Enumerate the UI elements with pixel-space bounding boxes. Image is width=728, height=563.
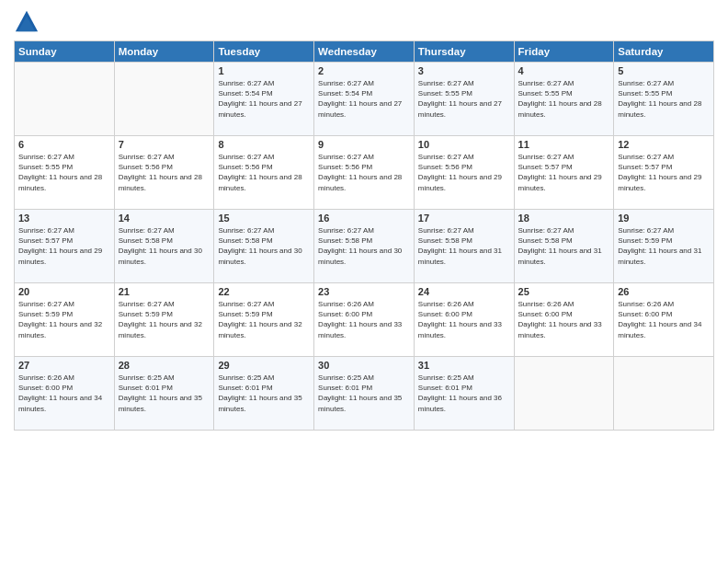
day-info: Sunrise: 6:27 AM Sunset: 5:58 PM Dayligh… [518, 225, 610, 267]
header-cell-sunday: Sunday [15, 41, 115, 63]
day-number: 24 [418, 286, 510, 297]
day-cell: 5Sunrise: 6:27 AM Sunset: 5:55 PM Daylig… [614, 63, 714, 136]
day-number: 13 [18, 213, 110, 224]
day-cell: 8Sunrise: 6:27 AM Sunset: 5:56 PM Daylig… [214, 136, 314, 210]
day-cell: 4Sunrise: 6:27 AM Sunset: 5:55 PM Daylig… [514, 63, 614, 136]
day-info: Sunrise: 6:27 AM Sunset: 5:58 PM Dayligh… [418, 225, 510, 267]
day-number: 7 [119, 139, 210, 150]
week-row-4: 20Sunrise: 6:27 AM Sunset: 5:59 PM Dayli… [15, 283, 714, 357]
day-number: 27 [18, 360, 110, 371]
day-cell: 13Sunrise: 6:27 AM Sunset: 5:57 PM Dayli… [15, 210, 115, 283]
day-number: 15 [218, 213, 310, 224]
day-cell: 10Sunrise: 6:27 AM Sunset: 5:56 PM Dayli… [414, 136, 514, 210]
page: SundayMondayTuesdayWednesdayThursdayFrid… [0, 0, 728, 563]
header-row: SundayMondayTuesdayWednesdayThursdayFrid… [15, 41, 714, 63]
day-cell: 11Sunrise: 6:27 AM Sunset: 5:57 PM Dayli… [514, 136, 614, 210]
day-number: 5 [618, 65, 710, 76]
day-number: 2 [318, 65, 410, 76]
day-cell [114, 63, 214, 136]
day-number: 28 [119, 360, 210, 371]
day-info: Sunrise: 6:27 AM Sunset: 5:56 PM Dayligh… [318, 152, 410, 193]
day-info: Sunrise: 6:25 AM Sunset: 6:01 PM Dayligh… [418, 373, 510, 414]
day-cell: 24Sunrise: 6:26 AM Sunset: 6:00 PM Dayli… [414, 283, 514, 357]
calendar-body: 1Sunrise: 6:27 AM Sunset: 5:54 PM Daylig… [15, 63, 714, 431]
week-row-1: 1Sunrise: 6:27 AM Sunset: 5:54 PM Daylig… [15, 63, 714, 136]
day-info: Sunrise: 6:27 AM Sunset: 5:58 PM Dayligh… [119, 225, 210, 267]
day-cell [514, 357, 614, 431]
day-info: Sunrise: 6:27 AM Sunset: 5:59 PM Dayligh… [18, 299, 110, 340]
day-cell: 31Sunrise: 6:25 AM Sunset: 6:01 PM Dayli… [414, 357, 514, 431]
day-info: Sunrise: 6:27 AM Sunset: 5:57 PM Dayligh… [18, 225, 110, 267]
day-cell: 27Sunrise: 6:26 AM Sunset: 6:00 PM Dayli… [15, 357, 115, 431]
day-number: 3 [418, 65, 510, 76]
week-row-5: 27Sunrise: 6:26 AM Sunset: 6:00 PM Dayli… [15, 357, 714, 431]
day-info: Sunrise: 6:27 AM Sunset: 5:56 PM Dayligh… [119, 152, 210, 193]
day-cell [15, 63, 115, 136]
day-number: 6 [18, 139, 110, 150]
header-cell-monday: Monday [114, 41, 214, 63]
day-number: 23 [318, 286, 410, 297]
day-cell: 2Sunrise: 6:27 AM Sunset: 5:54 PM Daylig… [314, 63, 415, 136]
header [14, 9, 714, 35]
day-number: 19 [618, 213, 710, 224]
calendar-table: SundayMondayTuesdayWednesdayThursdayFrid… [14, 40, 714, 431]
day-info: Sunrise: 6:27 AM Sunset: 5:59 PM Dayligh… [618, 225, 710, 267]
day-number: 11 [518, 139, 610, 150]
day-info: Sunrise: 6:25 AM Sunset: 6:01 PM Dayligh… [318, 373, 410, 414]
day-number: 14 [119, 213, 210, 224]
day-info: Sunrise: 6:27 AM Sunset: 5:58 PM Dayligh… [318, 225, 410, 267]
day-info: Sunrise: 6:26 AM Sunset: 6:00 PM Dayligh… [518, 299, 610, 340]
day-number: 16 [318, 213, 410, 224]
day-info: Sunrise: 6:26 AM Sunset: 6:00 PM Dayligh… [318, 299, 410, 340]
day-cell: 21Sunrise: 6:27 AM Sunset: 5:59 PM Dayli… [114, 283, 214, 357]
day-cell: 16Sunrise: 6:27 AM Sunset: 5:58 PM Dayli… [314, 210, 415, 283]
day-number: 31 [418, 360, 510, 371]
day-number: 25 [518, 286, 610, 297]
day-cell: 22Sunrise: 6:27 AM Sunset: 5:59 PM Dayli… [214, 283, 314, 357]
week-row-3: 13Sunrise: 6:27 AM Sunset: 5:57 PM Dayli… [15, 210, 714, 283]
day-cell: 26Sunrise: 6:26 AM Sunset: 6:00 PM Dayli… [614, 283, 714, 357]
day-info: Sunrise: 6:27 AM Sunset: 5:57 PM Dayligh… [618, 152, 710, 193]
day-info: Sunrise: 6:27 AM Sunset: 5:55 PM Dayligh… [18, 152, 110, 193]
day-cell: 18Sunrise: 6:27 AM Sunset: 5:58 PM Dayli… [514, 210, 614, 283]
day-cell: 25Sunrise: 6:26 AM Sunset: 6:00 PM Dayli… [514, 283, 614, 357]
day-cell: 14Sunrise: 6:27 AM Sunset: 5:58 PM Dayli… [114, 210, 214, 283]
day-cell: 1Sunrise: 6:27 AM Sunset: 5:54 PM Daylig… [214, 63, 314, 136]
day-number: 21 [119, 286, 210, 297]
day-cell: 20Sunrise: 6:27 AM Sunset: 5:59 PM Dayli… [15, 283, 115, 357]
header-cell-wednesday: Wednesday [314, 41, 415, 63]
day-info: Sunrise: 6:27 AM Sunset: 5:58 PM Dayligh… [218, 225, 310, 267]
day-cell: 3Sunrise: 6:27 AM Sunset: 5:55 PM Daylig… [414, 63, 514, 136]
day-number: 22 [218, 286, 310, 297]
day-number: 18 [518, 213, 610, 224]
day-info: Sunrise: 6:25 AM Sunset: 6:01 PM Dayligh… [218, 373, 310, 414]
day-number: 8 [218, 139, 310, 150]
day-number: 10 [418, 139, 510, 150]
day-number: 26 [618, 286, 710, 297]
day-info: Sunrise: 6:25 AM Sunset: 6:01 PM Dayligh… [119, 373, 210, 414]
day-cell: 29Sunrise: 6:25 AM Sunset: 6:01 PM Dayli… [214, 357, 314, 431]
day-cell: 12Sunrise: 6:27 AM Sunset: 5:57 PM Dayli… [614, 136, 714, 210]
week-row-2: 6Sunrise: 6:27 AM Sunset: 5:55 PM Daylig… [15, 136, 714, 210]
day-cell: 15Sunrise: 6:27 AM Sunset: 5:58 PM Dayli… [214, 210, 314, 283]
day-number: 4 [518, 65, 610, 76]
day-info: Sunrise: 6:27 AM Sunset: 5:55 PM Dayligh… [518, 78, 610, 120]
day-info: Sunrise: 6:27 AM Sunset: 5:59 PM Dayligh… [218, 299, 310, 340]
day-number: 20 [18, 286, 110, 297]
header-cell-saturday: Saturday [614, 41, 714, 63]
day-info: Sunrise: 6:27 AM Sunset: 5:55 PM Dayligh… [418, 78, 510, 120]
day-info: Sunrise: 6:27 AM Sunset: 5:59 PM Dayligh… [119, 299, 210, 340]
day-cell: 30Sunrise: 6:25 AM Sunset: 6:01 PM Dayli… [314, 357, 415, 431]
day-info: Sunrise: 6:27 AM Sunset: 5:55 PM Dayligh… [618, 78, 710, 120]
day-info: Sunrise: 6:26 AM Sunset: 6:00 PM Dayligh… [618, 299, 710, 340]
calendar-header: SundayMondayTuesdayWednesdayThursdayFrid… [15, 41, 714, 63]
day-number: 29 [218, 360, 310, 371]
day-info: Sunrise: 6:26 AM Sunset: 6:00 PM Dayligh… [18, 373, 110, 414]
day-info: Sunrise: 6:27 AM Sunset: 5:57 PM Dayligh… [518, 152, 610, 193]
day-cell: 19Sunrise: 6:27 AM Sunset: 5:59 PM Dayli… [614, 210, 714, 283]
day-cell: 28Sunrise: 6:25 AM Sunset: 6:01 PM Dayli… [114, 357, 214, 431]
day-info: Sunrise: 6:27 AM Sunset: 5:56 PM Dayligh… [418, 152, 510, 193]
day-info: Sunrise: 6:27 AM Sunset: 5:54 PM Dayligh… [318, 78, 410, 120]
day-cell: 7Sunrise: 6:27 AM Sunset: 5:56 PM Daylig… [114, 136, 214, 210]
day-cell: 9Sunrise: 6:27 AM Sunset: 5:56 PM Daylig… [314, 136, 415, 210]
